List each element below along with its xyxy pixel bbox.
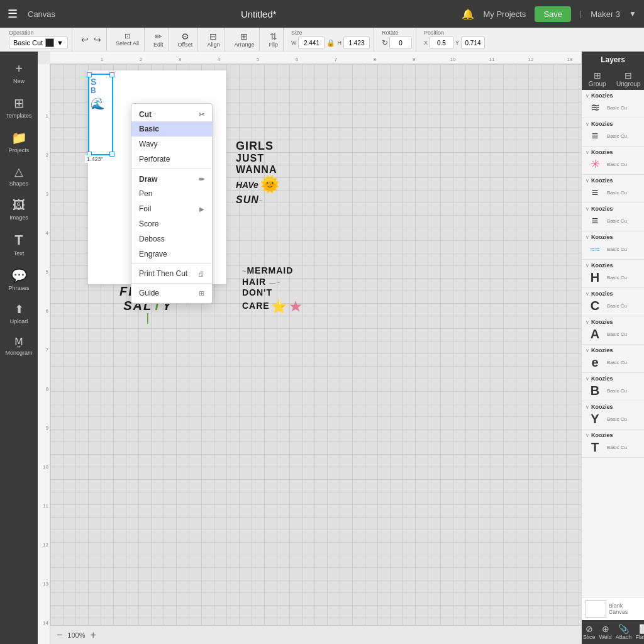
layer-title: Koozies: [591, 234, 613, 240]
maker-chevron-icon[interactable]: ▼: [629, 9, 636, 18]
sidebar-item-templates[interactable]: ⊞ Templates: [2, 91, 36, 124]
selection-handle-tl[interactable]: [87, 72, 92, 77]
layer-item[interactable]: ∨ Koozies T Basic Cu: [582, 430, 644, 458]
layer-item[interactable]: ∨ Koozies ✳ Basic Cu: [582, 147, 644, 175]
rotate-input[interactable]: [389, 36, 412, 49]
print-then-cut-menu-item[interactable]: Print Then Cut 🖨: [131, 266, 212, 281]
layer-item[interactable]: ∨ Koozies Y Basic Cu: [582, 401, 644, 430]
layer-item[interactable]: ∨ Koozies ≈≈ Basic Cu: [582, 231, 644, 260]
sidebar-item-phrases[interactable]: 💬 Phrases: [2, 263, 36, 296]
align-icon: ⊟: [209, 31, 217, 42]
zoom-in-button[interactable]: +: [90, 630, 96, 641]
wavy-menu-item[interactable]: Wavy: [131, 136, 212, 152]
ruler-v-mark-3: 3: [46, 191, 48, 197]
sidebar-item-upload[interactable]: ⬆ Upload: [2, 297, 36, 330]
operation-label: Operation: [9, 30, 68, 36]
operation-dropdown[interactable]: Basic Cut ▼: [9, 36, 68, 49]
mermaid-design[interactable]: ~MERMAID HAIR —~ DON'T CARE ⭐: [242, 265, 303, 314]
sidebar-item-images[interactable]: 🖼 Images: [2, 193, 36, 226]
layer-title: Koozies: [591, 177, 613, 184]
layer-info: Basic Cu: [607, 445, 627, 450]
starfish-svg: [288, 299, 303, 313]
flatten-button[interactable]: ⬜ Flatten: [634, 620, 644, 644]
layer-item[interactable]: ∨ Koozies ≋ Basic Cu: [582, 90, 644, 118]
width-input[interactable]: [298, 36, 325, 49]
redo-button[interactable]: ↪: [92, 33, 103, 46]
layer-title: Koozies: [591, 404, 613, 410]
engrave-menu-item[interactable]: Engrave: [131, 247, 212, 262]
select-all-button[interactable]: ⊡ Select All: [114, 31, 140, 48]
layer-item[interactable]: ∨ Koozies ≡ Basic Cu: [582, 175, 644, 203]
layer-item[interactable]: ∨ Koozies ≡ Basic Cu: [582, 118, 644, 147]
weld-icon: ⊕: [599, 624, 612, 634]
layer-info: Basic Cu: [607, 416, 627, 422]
bell-icon[interactable]: 🔔: [462, 8, 474, 20]
new-icon: +: [15, 62, 23, 76]
ruler-v-mark-5: 5: [46, 269, 48, 275]
ungroup-button[interactable]: ⊟ Ungroup: [613, 68, 645, 90]
height-input[interactable]: [343, 36, 370, 49]
layer-title: Koozies: [591, 432, 613, 438]
y-input[interactable]: [461, 36, 485, 49]
layer-item[interactable]: ∨ Koozies B Basic Cu: [582, 373, 644, 401]
layer-header: ∨ Koozies: [586, 404, 640, 410]
layer-thumb: ✳: [586, 157, 604, 172]
slice-button[interactable]: ⊘ Slice: [582, 620, 597, 644]
sidebar-item-projects[interactable]: 📁 Projects: [2, 125, 36, 158]
offset-button[interactable]: ⚙ Offset: [177, 30, 194, 49]
sidebar-item-shapes[interactable]: △ Shapes: [2, 160, 36, 192]
edit-button[interactable]: ✏ Edit: [152, 30, 165, 49]
app-title: Untitled*: [65, 9, 452, 19]
layer-item[interactable]: ∨ Koozies C Basic Cu: [582, 288, 644, 316]
engrave-label: Engrave: [139, 250, 167, 258]
layer-item[interactable]: ∨ Koozies H Basic Cu: [582, 260, 644, 288]
attach-button[interactable]: 📎 Attach: [614, 620, 633, 644]
layer-thumb: ≡: [586, 185, 604, 200]
selection-handle-tr[interactable]: [109, 72, 114, 77]
edit-section: ✏ Edit: [148, 28, 169, 51]
deboss-menu-item[interactable]: Deboss: [131, 231, 212, 247]
girls-design[interactable]: GIRLS JUST WANNA HAVe 🌞 SUN~: [236, 140, 280, 206]
ruler-v-mark-8: 8: [46, 386, 48, 392]
flip-button[interactable]: ⇅ Flip: [267, 30, 279, 49]
operation-value: Basic Cut: [13, 39, 43, 47]
layer-item[interactable]: ∨ Koozies ≡ Basic Cu: [582, 203, 644, 231]
deboss-label: Deboss: [139, 235, 165, 243]
layer-row: ≡ Basic Cu: [586, 185, 640, 200]
basic-menu-item[interactable]: Basic: [131, 121, 212, 136]
perforate-menu-item[interactable]: Perforate: [131, 152, 212, 167]
weld-button[interactable]: ⊕ Weld: [598, 620, 613, 644]
group-button[interactable]: ⊞ Group: [582, 68, 613, 90]
sidebar-item-text[interactable]: T Text: [2, 227, 36, 262]
my-projects-link[interactable]: My Projects: [483, 9, 526, 19]
save-button[interactable]: Save: [535, 6, 571, 22]
align-button[interactable]: ⊟ Align: [206, 30, 221, 49]
score-menu-item[interactable]: Score: [131, 216, 212, 231]
blank-canvas-layer[interactable]: Blank Canvas: [582, 597, 644, 620]
sidebar-item-new[interactable]: + New: [2, 57, 36, 89]
guide-icon: ⊞: [199, 289, 204, 297]
layer-item[interactable]: ∨ Koozies e Basic Cu: [582, 345, 644, 373]
lock-icon[interactable]: 🔒: [326, 39, 335, 47]
ruler-v-mark-11: 11: [43, 503, 48, 509]
girls-line-1: GIRLS: [236, 140, 280, 153]
canvas-area[interactable]: 1 2 3 4 5 6 7 8 9 10 11 12 13 1 2 3 4 5 …: [38, 52, 581, 644]
undo-button[interactable]: ↩: [80, 33, 90, 46]
menu-icon[interactable]: ☰: [8, 7, 18, 21]
print-icon: 🖨: [197, 270, 204, 277]
guide-menu-item[interactable]: Guide ⊞: [131, 286, 212, 301]
layer-thumb: T: [586, 440, 604, 455]
undo-redo-section: ↩ ↪: [76, 28, 107, 51]
sidebar-item-monogram[interactable]: M̺ Monogram: [2, 331, 36, 361]
canvas-content[interactable]: S B 🌊 1.423" GIRLS JUST WANNA HAVe 🌞 SUN…: [50, 64, 581, 625]
layer-item[interactable]: ∨ Koozies A Basic Cu: [582, 316, 644, 345]
x-input[interactable]: [430, 36, 453, 49]
left-sidebar: + New ⊞ Templates 📁 Projects △ Shapes 🖼 …: [0, 52, 38, 644]
arrange-button[interactable]: ⊞ Arrange: [233, 30, 255, 49]
group-ungroup-bar: ⊞ Group ⊟ Ungroup: [582, 68, 644, 90]
selection-handle-br[interactable]: [109, 152, 114, 157]
foil-menu-item[interactable]: Foil ▶: [131, 201, 212, 216]
pen-menu-item[interactable]: Pen: [131, 186, 212, 201]
zoom-out-button[interactable]: −: [57, 630, 62, 641]
layer-chevron-icon: ∨: [586, 178, 589, 184]
